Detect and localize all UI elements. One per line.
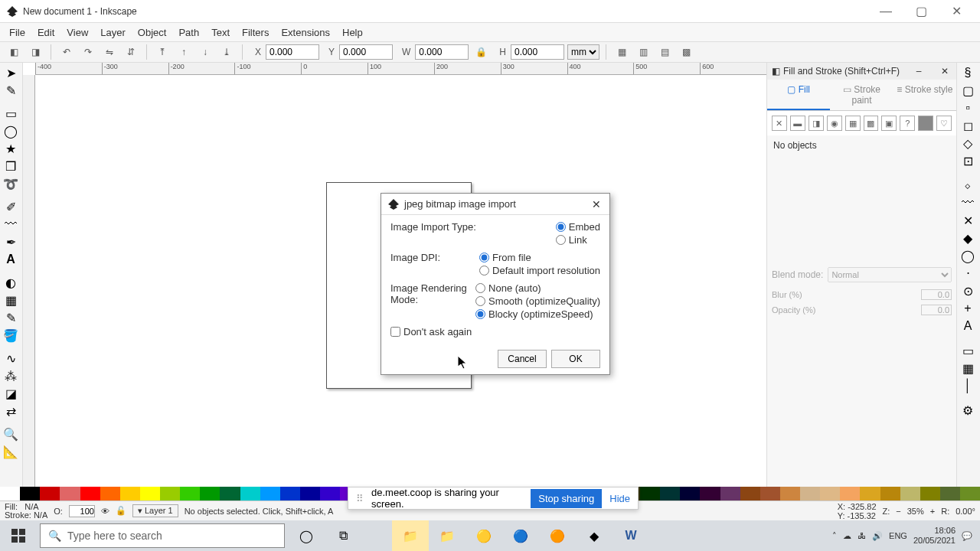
rotate-cw-icon[interactable]: ↷ [79,44,97,60]
w-input[interactable] [415,44,469,60]
dialog-close-icon[interactable]: ✕ [590,197,603,211]
palette-swatch[interactable] [740,487,760,500]
raise-icon[interactable]: ↑ [175,44,193,60]
paint-swatch-icon[interactable]: ▣ [881,116,897,131]
snap-grid-icon[interactable]: ▦ [957,360,978,377]
paint-none-icon[interactable]: ✕ [772,116,787,131]
snap-bbox-mid-icon[interactable]: ◇ [957,135,978,152]
tray-language-icon[interactable]: ENG [889,531,907,540]
snap-path-icon[interactable]: 〰 [957,194,978,211]
tab-stroke-style[interactable]: ≡ Stroke style [893,80,956,110]
tab-fill[interactable]: ▢ Fill [767,80,830,110]
blur-value[interactable]: 0.0 [921,289,952,300]
paint-unset-icon[interactable] [918,116,933,131]
menu-filters[interactable]: Filters [236,24,275,41]
radio-link[interactable]: Link [556,234,600,246]
spray-tool-icon[interactable]: ⁂ [0,367,21,384]
status-rotation[interactable]: 0.00° [956,507,975,516]
palette-swatch[interactable] [960,487,980,500]
lower-bottom-icon[interactable]: ⤓ [217,44,236,60]
menu-path[interactable]: Path [172,24,205,41]
flip-h-icon[interactable]: ⇋ [100,44,119,60]
taskbar-app-firefox[interactable]: 🟠 [539,520,576,551]
selector-tool-icon[interactable]: ➤ [0,64,21,81]
palette-swatch[interactable] [700,487,720,500]
palette-swatch[interactable] [240,487,260,500]
hide-sharing-button[interactable]: Hide [609,493,630,504]
node-tool-icon[interactable]: ✎ [0,82,21,99]
taskbar-app-edge[interactable]: 🔵 [502,520,539,551]
start-button[interactable] [0,520,37,551]
snap-pref-icon[interactable]: ⚙ [957,402,978,419]
palette-swatch[interactable] [320,487,340,500]
palette-swatch[interactable] [660,487,680,500]
paint-linear-icon[interactable]: ◨ [808,116,824,131]
circle-tool-icon[interactable]: ◯ [0,122,21,139]
measure-tool-icon[interactable]: 📐 [0,443,21,460]
taskbar-app-word[interactable]: W [612,520,649,551]
menu-help[interactable]: Help [336,24,369,41]
tray-overflow-icon[interactable]: ˄ [832,531,837,541]
radio-dpi-fromfile[interactable]: From file [479,252,600,263]
rotate-ccw-icon[interactable]: ↶ [57,44,76,60]
layer-visibility-icon[interactable]: 👁 [101,507,109,516]
radio-embed[interactable]: Embed [556,221,600,233]
zoom-tool-icon[interactable]: 🔍 [0,425,21,442]
taskbar-clock[interactable]: 18:06 20/05/2021 [913,526,956,546]
palette-swatch[interactable] [920,487,940,500]
snap-smooth-icon[interactable]: ◯ [957,247,978,264]
blend-mode-select[interactable]: Normal [828,267,952,282]
tray-onedrive-icon[interactable]: ☁ [843,531,851,541]
minimize-button[interactable]: — [868,0,903,23]
eraser-tool-icon[interactable]: ◪ [0,385,21,402]
taskbar-app-explorer[interactable]: 📁 [392,520,429,551]
paint-heart-icon[interactable]: ♡ [936,116,952,131]
select-all-layers-icon[interactable]: ◧ [5,44,23,60]
snap-enable-icon[interactable]: § [957,64,978,81]
connector-tool-icon[interactable]: ⇄ [0,403,21,419]
paint-pattern-icon[interactable]: ▩ [864,116,879,131]
palette-swatch[interactable] [120,487,140,500]
palette-swatch[interactable] [220,487,240,500]
palette-swatch[interactable] [140,487,160,500]
dropper-tool-icon[interactable]: ✎ [0,309,21,326]
opacity-value[interactable]: 0.0 [921,305,952,315]
gradient-tool-icon[interactable]: ◐ [0,274,21,291]
panel-close-icon[interactable]: ✕ [938,66,952,77]
status-zoom[interactable]: 35% [907,507,924,516]
stop-sharing-button[interactable]: Stop sharing [531,489,602,508]
zoom-in-icon[interactable]: + [930,507,935,516]
panel-minimize-icon[interactable]: – [913,66,925,77]
transform-pattern-icon[interactable]: ▩ [677,44,695,60]
layer-selector[interactable]: ▾ Layer 1 [132,504,178,517]
palette-swatch[interactable] [860,487,880,500]
radio-render-none[interactable]: None (auto) [475,282,600,294]
mesh-tool-icon[interactable]: ▦ [0,292,21,308]
cancel-button[interactable]: Cancel [498,350,547,368]
taskbar-app-chrome[interactable]: 🟡 [466,520,502,551]
palette-swatch[interactable] [200,487,220,500]
taskbar-app-inkscape[interactable]: ◆ [576,520,612,551]
lower-icon[interactable]: ↓ [196,44,214,60]
paint-flat-icon[interactable]: ▬ [790,116,805,131]
star-tool-icon[interactable]: ★ [0,140,21,157]
paint-unknown-icon[interactable]: ? [900,116,915,131]
radio-render-smooth[interactable]: Smooth (optimizeQuality) [475,295,600,307]
palette-swatch[interactable] [820,487,840,500]
snap-text-icon[interactable]: A [957,318,978,334]
raise-top-icon[interactable]: ⤒ [153,44,172,60]
menu-object[interactable]: Object [132,24,173,41]
palette-swatch[interactable] [900,487,920,500]
y-input[interactable] [339,44,393,60]
task-view-icon[interactable]: ⧉ [325,520,361,551]
palette-swatch[interactable] [260,487,280,500]
transform-move-icon[interactable]: ▦ [612,44,631,60]
share-grip-icon[interactable]: ⠿ [356,493,364,504]
paint-radial-icon[interactable]: ◉ [827,116,842,131]
menu-text[interactable]: Text [205,24,236,41]
palette-swatch[interactable] [800,487,820,500]
menu-extensions[interactable]: Extensions [275,24,336,41]
palette-swatch[interactable] [940,487,960,500]
close-button[interactable]: ✕ [939,0,974,23]
rect-tool-icon[interactable]: ▭ [0,105,21,122]
